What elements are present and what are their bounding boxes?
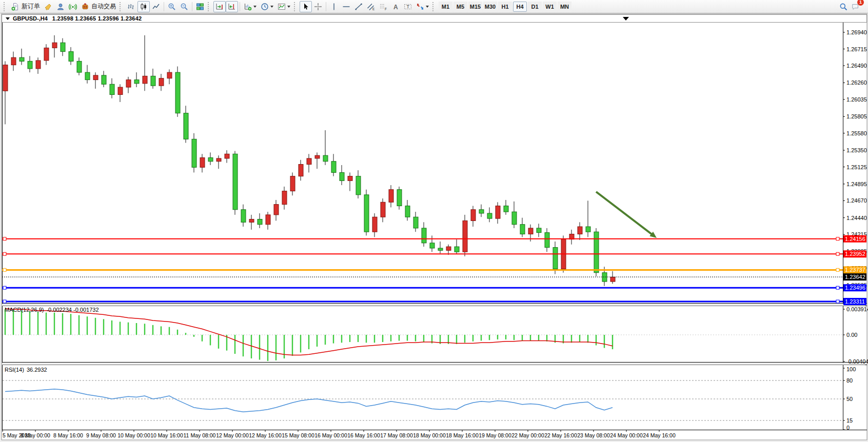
cursor-button[interactable] [300, 1, 312, 12]
price-line-label: 1.24156 [843, 235, 866, 243]
candle-body [463, 220, 467, 252]
rsi-tick-label: 100 [846, 366, 856, 372]
candle-body [85, 72, 90, 79]
macd-indicator-label: MACD(12,26,9)-0.002234 -0.001732 [5, 307, 99, 313]
new-chart-button[interactable] [242, 1, 259, 12]
line-handle[interactable] [3, 268, 6, 271]
candle-body [479, 210, 484, 213]
trendline-button[interactable] [352, 1, 365, 12]
arrows-button[interactable] [414, 1, 431, 12]
price-tick-label: 1.25580 [846, 130, 867, 136]
macd-tick-label: 0.003914 [846, 306, 868, 312]
price-tick-label: 1.24670 [846, 197, 867, 204]
panel-splitter[interactable] [2, 363, 865, 365]
timeframe-h1-button[interactable]: H1 [498, 2, 512, 12]
time-tick-label: 16 May 16:00 [347, 432, 380, 438]
crosshair-button[interactable] [312, 1, 324, 12]
current-bar-marker-icon [623, 17, 629, 21]
text-label-button[interactable]: T [402, 1, 414, 12]
line-handle[interactable] [3, 252, 6, 255]
line-handle[interactable] [836, 300, 839, 303]
tile-windows-icon [196, 3, 204, 11]
autoscroll-button[interactable] [213, 1, 226, 12]
signal-button[interactable] [67, 1, 79, 12]
line-handle[interactable] [3, 237, 6, 240]
tile-windows-button[interactable] [194, 1, 206, 12]
chart-canvas[interactable]: 1.269401.267151.264901.262601.260351.258… [0, 13, 868, 442]
horizontal-line-button[interactable] [340, 1, 352, 12]
line-handle[interactable] [836, 237, 839, 240]
candlestick-chart-button[interactable] [137, 1, 150, 12]
user-profile-button[interactable] [54, 1, 67, 12]
candle-body [208, 157, 213, 161]
timeframe-m1-button[interactable]: M1 [439, 2, 452, 12]
candle-body [520, 225, 525, 234]
alert-sound-button[interactable] [42, 1, 54, 12]
zoom-out-button[interactable] [178, 1, 190, 12]
clock-icon [261, 3, 269, 11]
zoom-in-button[interactable] [166, 1, 178, 12]
auto-trading-button[interactable]: 自动交易 [79, 1, 118, 12]
template-icon [278, 3, 286, 11]
periods-button[interactable] [259, 1, 275, 12]
timeframe-d1-button[interactable]: D1 [528, 2, 542, 12]
price-tick-label: 1.25805 [846, 113, 867, 119]
timeframe-h4-button[interactable]: H4 [513, 2, 527, 12]
vertical-line-button[interactable] [328, 1, 340, 12]
price-tick-label: 1.26035 [846, 96, 867, 103]
line-handle[interactable] [836, 252, 839, 255]
templates-button[interactable] [275, 1, 292, 12]
price-line-label-text: 1.23311 [845, 298, 865, 305]
price-tick-label: 1.26715 [846, 46, 867, 52]
notifications-button[interactable]: 1 [850, 1, 862, 12]
new-order-label: 新订单 [22, 2, 40, 11]
notification-badge: 1 [857, 0, 864, 6]
timeframe-m15-button[interactable]: M15 [468, 2, 482, 12]
candle-body [225, 154, 229, 158]
line-chart-button[interactable] [150, 1, 162, 12]
timeframe-m5-button[interactable]: M5 [453, 2, 467, 12]
candle-body [110, 84, 114, 94]
timeframe-m30-button[interactable]: M30 [483, 2, 497, 12]
panel-splitter[interactable] [2, 304, 865, 306]
candle-body [413, 217, 418, 228]
candle-body [192, 139, 196, 167]
current-price-label: 1.23642 [843, 273, 866, 280]
megaphone-icon [44, 3, 52, 11]
line-handle[interactable] [836, 286, 839, 289]
timeframe-w1-button[interactable]: W1 [543, 2, 557, 12]
candle-body [586, 227, 590, 232]
candle-body [11, 57, 16, 65]
text-label-icon: T [404, 3, 412, 11]
svg-text:A: A [393, 3, 398, 10]
rsi-tick-label: 0 [846, 425, 850, 431]
toolbar-grip [208, 2, 211, 11]
chart-title-bar[interactable]: GBPUSD-,H4 1.23598 1.23665 1.23596 1.236… [2, 14, 867, 23]
chart-shift-button[interactable] [226, 1, 238, 12]
toolbar-grip [294, 2, 297, 11]
candle-body [487, 213, 492, 218]
time-tick-label: 18 May 00:00 [413, 432, 446, 438]
application-window: 新订单 自动交易 [0, 0, 868, 442]
search-button[interactable] [837, 1, 850, 12]
price-tick-label: 1.25125 [846, 164, 867, 170]
line-handle[interactable] [3, 300, 6, 303]
rsi-tick-label: 15 [846, 417, 853, 424]
bar-chart-button[interactable] [125, 1, 137, 12]
candle-body [233, 154, 238, 210]
price-tick-label: 1.26260 [846, 79, 867, 86]
toolbar-separator [164, 2, 164, 11]
autoscroll-icon [215, 3, 224, 11]
candle-body [44, 48, 49, 61]
candle-body [422, 228, 426, 243]
new-order-button[interactable]: 新订单 [9, 1, 42, 12]
fibonacci-button[interactable]: F [377, 1, 389, 12]
equidistant-channel-button[interactable]: E [365, 1, 377, 12]
candle-body [143, 76, 147, 83]
chart-menu-arrow-icon[interactable] [6, 17, 10, 20]
line-handle[interactable] [836, 268, 839, 271]
toolbar-grip [432, 2, 436, 11]
text-button[interactable]: A [389, 1, 402, 12]
line-handle[interactable] [3, 286, 6, 289]
timeframe-mn-button[interactable]: MN [558, 2, 571, 12]
